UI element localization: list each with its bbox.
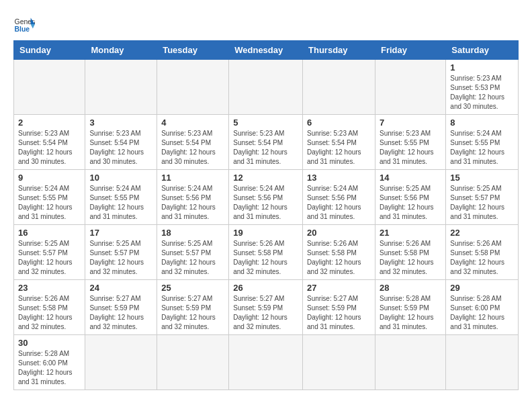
day-info: Sunrise: 5:23 AM Sunset: 5:54 PM Dayligh… (161, 129, 224, 167)
day-info: Sunrise: 5:26 AM Sunset: 5:58 PM Dayligh… (18, 294, 81, 332)
calendar-day-cell: 30Sunrise: 5:28 AM Sunset: 6:00 PM Dayli… (14, 335, 85, 390)
day-info: Sunrise: 5:28 AM Sunset: 6:00 PM Dayligh… (450, 294, 514, 332)
day-number: 14 (380, 173, 441, 183)
calendar-day-cell: 2Sunrise: 5:23 AM Sunset: 5:54 PM Daylig… (14, 115, 85, 170)
day-number: 25 (161, 283, 224, 293)
day-number: 5 (233, 118, 298, 128)
calendar-day-cell: 9Sunrise: 5:24 AM Sunset: 5:55 PM Daylig… (14, 170, 85, 225)
calendar-day-cell: 1Sunrise: 5:23 AM Sunset: 5:53 PM Daylig… (446, 60, 519, 115)
day-number: 17 (89, 228, 152, 238)
day-info: Sunrise: 5:23 AM Sunset: 5:53 PM Dayligh… (450, 74, 514, 111)
calendar-week-row: 9Sunrise: 5:24 AM Sunset: 5:55 PM Daylig… (14, 170, 519, 225)
day-info: Sunrise: 5:28 AM Sunset: 6:00 PM Dayligh… (18, 349, 81, 387)
weekday-header: Thursday (303, 41, 375, 60)
day-info: Sunrise: 5:25 AM Sunset: 5:57 PM Dayligh… (89, 239, 152, 277)
calendar-day-cell: 12Sunrise: 5:24 AM Sunset: 5:56 PM Dayli… (229, 170, 303, 225)
weekday-header: Tuesday (157, 41, 229, 60)
weekday-header: Monday (85, 41, 157, 60)
day-number: 16 (18, 228, 81, 238)
calendar-week-row: 2Sunrise: 5:23 AM Sunset: 5:54 PM Daylig… (14, 115, 519, 170)
calendar-day-cell (85, 60, 157, 115)
calendar-day-cell: 19Sunrise: 5:26 AM Sunset: 5:58 PM Dayli… (229, 225, 303, 280)
day-number: 29 (450, 283, 514, 293)
calendar-day-cell: 3Sunrise: 5:23 AM Sunset: 5:54 PM Daylig… (85, 115, 157, 170)
day-info: Sunrise: 5:23 AM Sunset: 5:54 PM Dayligh… (233, 129, 298, 167)
day-number: 1 (450, 62, 514, 73)
day-info: Sunrise: 5:27 AM Sunset: 5:59 PM Dayligh… (161, 294, 224, 332)
day-info: Sunrise: 5:26 AM Sunset: 5:58 PM Dayligh… (450, 239, 514, 277)
day-info: Sunrise: 5:23 AM Sunset: 5:55 PM Dayligh… (380, 129, 441, 167)
calendar-table: SundayMondayTuesdayWednesdayThursdayFrid… (13, 40, 519, 390)
day-info: Sunrise: 5:24 AM Sunset: 5:55 PM Dayligh… (450, 129, 514, 167)
calendar-day-cell (157, 335, 229, 390)
day-number: 9 (18, 173, 81, 183)
day-number: 2 (18, 118, 81, 128)
calendar-day-cell: 16Sunrise: 5:25 AM Sunset: 5:57 PM Dayli… (14, 225, 85, 280)
day-number: 3 (89, 118, 152, 128)
calendar-day-cell: 18Sunrise: 5:25 AM Sunset: 5:57 PM Dayli… (157, 225, 229, 280)
day-info: Sunrise: 5:23 AM Sunset: 5:54 PM Dayligh… (307, 129, 371, 167)
day-number: 23 (18, 283, 81, 293)
calendar-day-cell: 11Sunrise: 5:24 AM Sunset: 5:56 PM Dayli… (157, 170, 229, 225)
day-info: Sunrise: 5:27 AM Sunset: 5:59 PM Dayligh… (233, 294, 298, 332)
day-number: 24 (89, 283, 152, 293)
logo-icon: General Blue (13, 13, 35, 35)
day-number: 15 (450, 173, 514, 183)
calendar-week-row: 1Sunrise: 5:23 AM Sunset: 5:53 PM Daylig… (14, 60, 519, 115)
calendar-day-cell (375, 335, 445, 390)
calendar-day-cell: 4Sunrise: 5:23 AM Sunset: 5:54 PM Daylig… (157, 115, 229, 170)
day-number: 21 (380, 228, 441, 238)
day-number: 12 (233, 173, 298, 183)
calendar-day-cell: 25Sunrise: 5:27 AM Sunset: 5:59 PM Dayli… (157, 280, 229, 335)
day-info: Sunrise: 5:24 AM Sunset: 5:55 PM Dayligh… (18, 184, 81, 222)
day-number: 30 (18, 338, 81, 348)
day-info: Sunrise: 5:26 AM Sunset: 5:58 PM Dayligh… (307, 239, 371, 277)
calendar-day-cell: 26Sunrise: 5:27 AM Sunset: 5:59 PM Dayli… (229, 280, 303, 335)
day-info: Sunrise: 5:25 AM Sunset: 5:56 PM Dayligh… (380, 184, 441, 222)
day-number: 4 (161, 118, 224, 128)
calendar-day-cell (85, 335, 157, 390)
day-info: Sunrise: 5:25 AM Sunset: 5:57 PM Dayligh… (161, 239, 224, 277)
calendar-day-cell: 8Sunrise: 5:24 AM Sunset: 5:55 PM Daylig… (446, 115, 519, 170)
day-info: Sunrise: 5:25 AM Sunset: 5:57 PM Dayligh… (450, 184, 514, 222)
calendar-day-cell: 23Sunrise: 5:26 AM Sunset: 5:58 PM Dayli… (14, 280, 85, 335)
calendar-week-row: 23Sunrise: 5:26 AM Sunset: 5:58 PM Dayli… (14, 280, 519, 335)
day-number: 19 (233, 228, 298, 238)
day-number: 18 (161, 228, 224, 238)
weekday-header: Friday (375, 41, 445, 60)
calendar-day-cell: 13Sunrise: 5:24 AM Sunset: 5:56 PM Dayli… (303, 170, 375, 225)
calendar-day-cell: 10Sunrise: 5:24 AM Sunset: 5:55 PM Dayli… (85, 170, 157, 225)
day-info: Sunrise: 5:24 AM Sunset: 5:56 PM Dayligh… (307, 184, 371, 222)
day-number: 6 (307, 118, 371, 128)
svg-text:Blue: Blue (15, 26, 30, 33)
calendar-day-cell: 28Sunrise: 5:28 AM Sunset: 5:59 PM Dayli… (375, 280, 445, 335)
calendar-day-cell: 24Sunrise: 5:27 AM Sunset: 5:59 PM Dayli… (85, 280, 157, 335)
calendar-day-cell (14, 60, 85, 115)
day-info: Sunrise: 5:24 AM Sunset: 5:56 PM Dayligh… (233, 184, 298, 222)
calendar-day-cell (446, 335, 519, 390)
day-info: Sunrise: 5:26 AM Sunset: 5:58 PM Dayligh… (233, 239, 298, 277)
calendar-header-row: SundayMondayTuesdayWednesdayThursdayFrid… (14, 41, 519, 60)
day-info: Sunrise: 5:24 AM Sunset: 5:56 PM Dayligh… (161, 184, 224, 222)
day-info: Sunrise: 5:28 AM Sunset: 5:59 PM Dayligh… (380, 294, 441, 332)
weekday-header: Wednesday (229, 41, 303, 60)
day-info: Sunrise: 5:27 AM Sunset: 5:59 PM Dayligh… (307, 294, 371, 332)
calendar-day-cell: 6Sunrise: 5:23 AM Sunset: 5:54 PM Daylig… (303, 115, 375, 170)
page-header: General Blue (13, 13, 519, 35)
day-info: Sunrise: 5:26 AM Sunset: 5:58 PM Dayligh… (380, 239, 441, 277)
calendar-day-cell: 21Sunrise: 5:26 AM Sunset: 5:58 PM Dayli… (375, 225, 445, 280)
day-info: Sunrise: 5:27 AM Sunset: 5:59 PM Dayligh… (89, 294, 152, 332)
calendar-day-cell: 27Sunrise: 5:27 AM Sunset: 5:59 PM Dayli… (303, 280, 375, 335)
day-info: Sunrise: 5:23 AM Sunset: 5:54 PM Dayligh… (18, 129, 81, 167)
day-number: 22 (450, 228, 514, 238)
day-number: 8 (450, 118, 514, 128)
calendar-day-cell (375, 60, 445, 115)
day-info: Sunrise: 5:23 AM Sunset: 5:54 PM Dayligh… (89, 129, 152, 167)
calendar-day-cell: 22Sunrise: 5:26 AM Sunset: 5:58 PM Dayli… (446, 225, 519, 280)
weekday-header: Sunday (14, 41, 85, 60)
calendar-day-cell (303, 60, 375, 115)
day-number: 26 (233, 283, 298, 293)
calendar-day-cell (303, 335, 375, 390)
day-number: 20 (307, 228, 371, 238)
day-number: 27 (307, 283, 371, 293)
